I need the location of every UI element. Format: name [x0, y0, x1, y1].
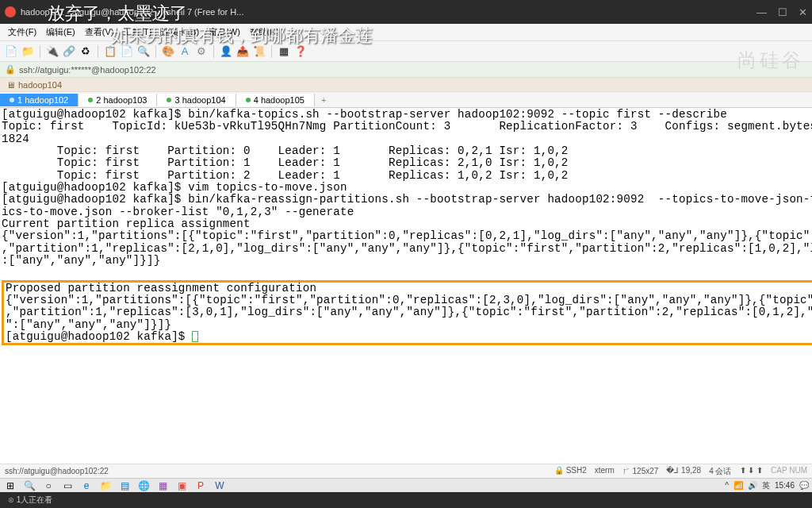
ws-icon: 🖥	[6, 80, 15, 90]
maximize-button[interactable]: ☐	[778, 6, 787, 18]
status-size: ㄏ 125x27	[622, 466, 659, 477]
cortana-icon[interactable]: ○	[41, 480, 56, 491]
search-icon[interactable]: 🔍	[22, 480, 36, 491]
terminal-tabs: 1 hadoop102 2 hadoop103 3 hadoop104 4 ha…	[0, 92, 812, 108]
lock-icon: 🔒	[5, 64, 16, 75]
close-button[interactable]: ✕	[799, 6, 807, 18]
tray-up-icon[interactable]: ^	[725, 481, 729, 490]
notification-icon[interactable]: 💬	[799, 481, 809, 490]
edge-icon[interactable]: e	[79, 480, 94, 491]
tab-hadoop103[interactable]: 2 hadoop103	[79, 94, 157, 106]
status-ssh: 🔒 SSH2	[554, 466, 587, 477]
app3-icon[interactable]: ▣	[174, 480, 189, 491]
status-indicators: ⬆ ⬇ ⬆	[740, 466, 764, 477]
status-term: xterm	[595, 466, 615, 477]
ime-indicator[interactable]: 英	[762, 480, 770, 491]
status-sessions: 4 会话	[709, 466, 731, 477]
ppt-icon[interactable]: P	[193, 480, 208, 491]
workspace-label: hadoop104	[18, 80, 62, 90]
app2-icon[interactable]: ▦	[155, 480, 170, 491]
word-icon[interactable]: W	[213, 480, 227, 491]
explorer-icon[interactable]: 📁	[98, 480, 113, 491]
connection-bar: 🔒 ssh://atguigu:******@hadoop102:22	[0, 62, 812, 78]
workspace-tab[interactable]: 🖥 hadoop104	[0, 78, 812, 92]
taskview-icon[interactable]: ▭	[60, 480, 75, 491]
system-tray: ^ 📶 🔊 英 15:46 💬	[725, 480, 809, 491]
menu-file[interactable]: 文件(F)	[5, 25, 40, 40]
video-controls-strip: ⊙ 1人正在看	[0, 492, 812, 508]
status-pos: �⅃ 19,28	[666, 466, 701, 477]
tab-add-button[interactable]: +	[315, 94, 332, 106]
video-subtitle-1: 放弃了，太墨迹了	[48, 2, 187, 25]
wifi-icon[interactable]: 📶	[733, 481, 743, 490]
terminal-output[interactable]: [atguigu@hadoop102 kafka]$ bin/kafka-top…	[0, 108, 812, 462]
tab-hadoop104[interactable]: 3 hadoop104	[157, 94, 236, 106]
chrome-icon[interactable]: 🌐	[136, 480, 151, 491]
clock[interactable]: 15:46	[775, 481, 795, 490]
tab-hadoop102[interactable]: 1 hadoop102	[0, 94, 79, 106]
minimize-button[interactable]: —	[756, 6, 767, 18]
highlighted-output: Proposed partition reassignment configur…	[2, 280, 812, 346]
disconnect-icon[interactable]: 🔗	[63, 45, 75, 58]
open-icon[interactable]: 📁	[21, 45, 34, 58]
windows-taskbar: ⊞ 🔍 ○ ▭ e 📁 ▤ 🌐 ▦ ▣ P W ^ 📶 🔊 英 15:46 💬	[0, 478, 812, 492]
connection-string: ssh://atguigu:******@hadoop102:22	[19, 65, 156, 75]
volume-icon[interactable]: 🔊	[748, 481, 757, 490]
app-icon	[5, 6, 16, 17]
tab-hadoop105[interactable]: 4 hadoop105	[236, 94, 315, 106]
reconnect-icon[interactable]: ♻	[79, 45, 92, 58]
status-cap: CAP NUM	[771, 466, 807, 477]
app1-icon[interactable]: ▤	[117, 480, 132, 491]
statusbar: ssh://atguigu@hadoop102:22 🔒 SSH2 xterm …	[0, 464, 812, 478]
watermark-logo: 尚硅谷	[737, 48, 804, 73]
menu-edit[interactable]: 编辑(E)	[43, 25, 79, 40]
new-session-icon[interactable]: 📄	[5, 45, 17, 58]
connect-icon[interactable]: 🔌	[46, 45, 59, 58]
terminal-cursor	[192, 331, 198, 342]
status-connection: ssh://atguigu@hadoop102:22	[5, 467, 109, 475]
viewers-indicator: ⊙ 1人正在看	[8, 495, 52, 506]
start-button[interactable]: ⊞	[3, 480, 17, 491]
video-subtitle-2: 如果男的真有钱，到哪都有潘金莲	[111, 24, 373, 48]
